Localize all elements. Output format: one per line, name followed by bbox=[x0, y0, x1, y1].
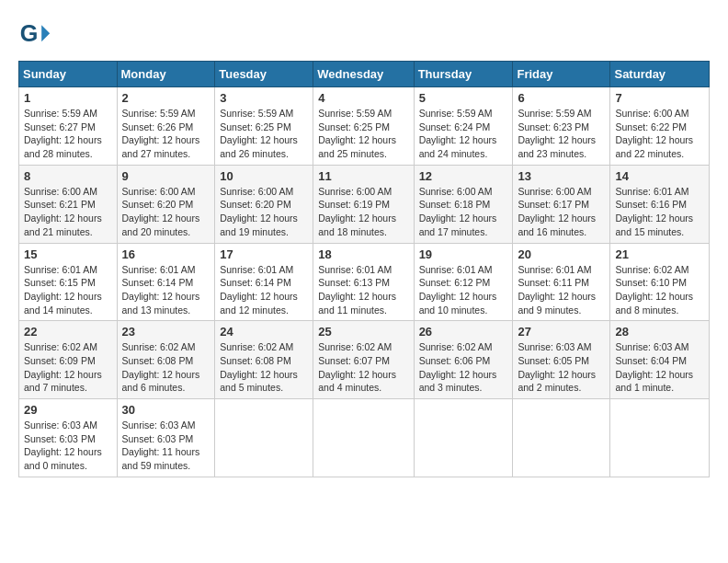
calendar-cell: 2Sunrise: 5:59 AMSunset: 6:26 PMDaylight… bbox=[117, 87, 215, 166]
week-row-4: 22Sunrise: 6:02 AMSunset: 6:09 PMDayligh… bbox=[19, 321, 710, 399]
week-row-3: 15Sunrise: 6:01 AMSunset: 6:15 PMDayligh… bbox=[19, 243, 710, 321]
calendar-cell: 3Sunrise: 5:59 AMSunset: 6:25 PMDaylight… bbox=[215, 87, 313, 166]
day-info: Sunrise: 6:02 AMSunset: 6:09 PMDaylight:… bbox=[24, 340, 112, 395]
calendar-cell: 6Sunrise: 5:59 AMSunset: 6:23 PMDaylight… bbox=[513, 87, 610, 166]
weekday-header-row: SundayMondayTuesdayWednesdayThursdayFrid… bbox=[19, 62, 710, 87]
day-info: Sunrise: 6:00 AMSunset: 6:21 PMDaylight:… bbox=[24, 185, 112, 239]
day-info: Sunrise: 6:02 AMSunset: 6:07 PMDaylight:… bbox=[318, 340, 408, 395]
day-info: Sunrise: 6:03 AMSunset: 6:05 PMDaylight:… bbox=[518, 340, 605, 395]
calendar-cell: 1Sunrise: 5:59 AMSunset: 6:27 PMDaylight… bbox=[19, 87, 118, 166]
day-number: 15 bbox=[24, 247, 112, 261]
day-info: Sunrise: 6:00 AMSunset: 6:22 PMDaylight:… bbox=[615, 107, 704, 161]
day-info: Sunrise: 5:59 AMSunset: 6:25 PMDaylight:… bbox=[318, 107, 408, 161]
calendar-cell: 29Sunrise: 6:03 AMSunset: 6:03 PMDayligh… bbox=[19, 399, 118, 477]
day-info: Sunrise: 5:59 AMSunset: 6:27 PMDaylight:… bbox=[24, 107, 112, 161]
calendar-cell: 22Sunrise: 6:02 AMSunset: 6:09 PMDayligh… bbox=[19, 321, 118, 399]
page-header: G bbox=[18, 18, 710, 52]
day-info: Sunrise: 5:59 AMSunset: 6:23 PMDaylight:… bbox=[518, 107, 605, 161]
calendar-cell: 26Sunrise: 6:02 AMSunset: 6:06 PMDayligh… bbox=[414, 321, 513, 399]
day-number: 12 bbox=[419, 169, 508, 183]
calendar-cell: 14Sunrise: 6:01 AMSunset: 6:16 PMDayligh… bbox=[610, 165, 710, 243]
day-number: 4 bbox=[318, 91, 408, 105]
calendar-cell bbox=[513, 399, 610, 477]
day-info: Sunrise: 6:02 AMSunset: 6:08 PMDaylight:… bbox=[220, 340, 308, 395]
week-row-2: 8Sunrise: 6:00 AMSunset: 6:21 PMDaylight… bbox=[19, 165, 710, 243]
day-info: Sunrise: 6:03 AMSunset: 6:04 PMDaylight:… bbox=[615, 340, 704, 395]
weekday-friday: Friday bbox=[513, 62, 610, 87]
day-info: Sunrise: 5:59 AMSunset: 6:24 PMDaylight:… bbox=[419, 107, 508, 161]
day-info: Sunrise: 6:02 AMSunset: 6:10 PMDaylight:… bbox=[615, 263, 704, 317]
weekday-tuesday: Tuesday bbox=[215, 62, 313, 87]
calendar-cell: 27Sunrise: 6:03 AMSunset: 6:05 PMDayligh… bbox=[513, 321, 610, 399]
calendar-cell: 23Sunrise: 6:02 AMSunset: 6:08 PMDayligh… bbox=[117, 321, 215, 399]
calendar-cell: 10Sunrise: 6:00 AMSunset: 6:20 PMDayligh… bbox=[215, 165, 313, 243]
day-info: Sunrise: 6:01 AMSunset: 6:15 PMDaylight:… bbox=[24, 263, 112, 317]
day-number: 29 bbox=[24, 403, 112, 417]
day-number: 26 bbox=[419, 325, 508, 339]
day-number: 5 bbox=[419, 91, 508, 105]
calendar-cell bbox=[610, 399, 710, 477]
day-number: 19 bbox=[419, 247, 508, 261]
day-info: Sunrise: 6:03 AMSunset: 6:03 PMDaylight:… bbox=[24, 419, 112, 473]
weekday-sunday: Sunday bbox=[19, 62, 118, 87]
week-row-1: 1Sunrise: 5:59 AMSunset: 6:27 PMDaylight… bbox=[19, 87, 710, 166]
day-number: 13 bbox=[518, 169, 605, 183]
day-number: 14 bbox=[615, 169, 704, 183]
day-number: 17 bbox=[220, 247, 308, 261]
day-info: Sunrise: 6:03 AMSunset: 6:03 PMDaylight:… bbox=[122, 419, 210, 473]
day-number: 23 bbox=[122, 325, 210, 339]
day-info: Sunrise: 5:59 AMSunset: 6:25 PMDaylight:… bbox=[220, 107, 308, 161]
day-info: Sunrise: 6:00 AMSunset: 6:18 PMDaylight:… bbox=[419, 185, 508, 239]
day-number: 18 bbox=[318, 247, 408, 261]
calendar-cell: 4Sunrise: 5:59 AMSunset: 6:25 PMDaylight… bbox=[313, 87, 414, 166]
calendar-cell: 20Sunrise: 6:01 AMSunset: 6:11 PMDayligh… bbox=[513, 243, 610, 321]
day-info: Sunrise: 6:02 AMSunset: 6:06 PMDaylight:… bbox=[419, 340, 508, 395]
day-number: 9 bbox=[122, 169, 210, 183]
day-info: Sunrise: 6:01 AMSunset: 6:14 PMDaylight:… bbox=[220, 263, 308, 317]
calendar-cell: 12Sunrise: 6:00 AMSunset: 6:18 PMDayligh… bbox=[414, 165, 513, 243]
weekday-saturday: Saturday bbox=[610, 62, 710, 87]
day-number: 8 bbox=[24, 169, 112, 183]
calendar-cell: 19Sunrise: 6:01 AMSunset: 6:12 PMDayligh… bbox=[414, 243, 513, 321]
day-number: 7 bbox=[615, 91, 704, 105]
day-info: Sunrise: 6:01 AMSunset: 6:14 PMDaylight:… bbox=[122, 263, 210, 317]
day-info: Sunrise: 6:01 AMSunset: 6:12 PMDaylight:… bbox=[419, 263, 508, 317]
svg-text:G: G bbox=[20, 20, 39, 46]
day-info: Sunrise: 6:00 AMSunset: 6:20 PMDaylight:… bbox=[220, 185, 308, 239]
calendar-cell: 30Sunrise: 6:03 AMSunset: 6:03 PMDayligh… bbox=[117, 399, 215, 477]
day-info: Sunrise: 5:59 AMSunset: 6:26 PMDaylight:… bbox=[122, 107, 210, 161]
calendar-cell: 17Sunrise: 6:01 AMSunset: 6:14 PMDayligh… bbox=[215, 243, 313, 321]
day-number: 6 bbox=[518, 91, 605, 105]
calendar-cell: 28Sunrise: 6:03 AMSunset: 6:04 PMDayligh… bbox=[610, 321, 710, 399]
weekday-wednesday: Wednesday bbox=[313, 62, 414, 87]
calendar-cell: 18Sunrise: 6:01 AMSunset: 6:13 PMDayligh… bbox=[313, 243, 414, 321]
calendar-cell bbox=[414, 399, 513, 477]
day-info: Sunrise: 6:00 AMSunset: 6:20 PMDaylight:… bbox=[122, 185, 210, 239]
calendar-cell: 7Sunrise: 6:00 AMSunset: 6:22 PMDaylight… bbox=[610, 87, 710, 166]
weekday-thursday: Thursday bbox=[414, 62, 513, 87]
calendar-cell: 5Sunrise: 5:59 AMSunset: 6:24 PMDaylight… bbox=[414, 87, 513, 166]
weekday-monday: Monday bbox=[117, 62, 215, 87]
calendar-cell: 11Sunrise: 6:00 AMSunset: 6:19 PMDayligh… bbox=[313, 165, 414, 243]
day-number: 3 bbox=[220, 91, 308, 105]
day-info: Sunrise: 6:00 AMSunset: 6:19 PMDaylight:… bbox=[318, 185, 408, 239]
calendar-cell: 13Sunrise: 6:00 AMSunset: 6:17 PMDayligh… bbox=[513, 165, 610, 243]
day-number: 20 bbox=[518, 247, 605, 261]
day-number: 11 bbox=[318, 169, 408, 183]
calendar-cell bbox=[313, 399, 414, 477]
logo: G bbox=[18, 18, 53, 52]
calendar-cell bbox=[215, 399, 313, 477]
calendar-cell: 25Sunrise: 6:02 AMSunset: 6:07 PMDayligh… bbox=[313, 321, 414, 399]
day-number: 1 bbox=[24, 91, 112, 105]
day-number: 28 bbox=[615, 325, 704, 339]
calendar-table: SundayMondayTuesdayWednesdayThursdayFrid… bbox=[18, 61, 710, 477]
week-row-5: 29Sunrise: 6:03 AMSunset: 6:03 PMDayligh… bbox=[19, 399, 710, 477]
calendar-cell: 24Sunrise: 6:02 AMSunset: 6:08 PMDayligh… bbox=[215, 321, 313, 399]
day-number: 27 bbox=[518, 325, 605, 339]
day-info: Sunrise: 6:01 AMSunset: 6:11 PMDaylight:… bbox=[518, 263, 605, 317]
day-info: Sunrise: 6:02 AMSunset: 6:08 PMDaylight:… bbox=[122, 340, 210, 395]
day-number: 30 bbox=[122, 403, 210, 417]
calendar-cell: 16Sunrise: 6:01 AMSunset: 6:14 PMDayligh… bbox=[117, 243, 215, 321]
calendar-cell: 21Sunrise: 6:02 AMSunset: 6:10 PMDayligh… bbox=[610, 243, 710, 321]
day-number: 16 bbox=[122, 247, 210, 261]
